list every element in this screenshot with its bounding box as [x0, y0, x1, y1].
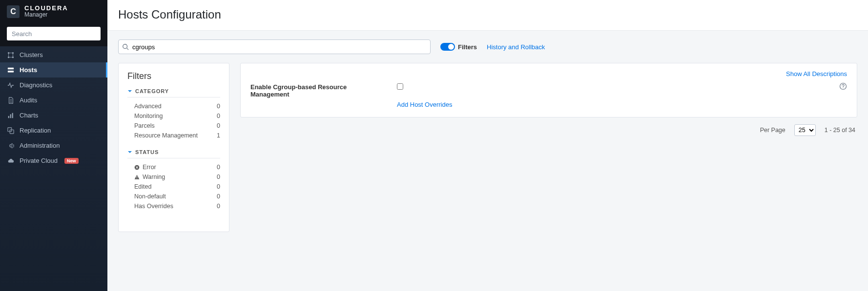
per-page-label: Per Page — [760, 127, 785, 134]
filter-item[interactable]: Non-default 0 — [127, 192, 220, 201]
sidebar-search-wrap — [0, 22, 107, 46]
filter-section-name: STATUS — [135, 149, 159, 155]
show-all-descriptions-link[interactable]: Show All Descriptions — [786, 70, 847, 78]
content-row: Filters CATEGORY Advanced 0 Monitoring — [107, 58, 868, 243]
history-rollback-link[interactable]: History and Rollback — [487, 43, 545, 51]
sidebar-item-label: Clusters — [20, 51, 43, 58]
help-icon[interactable] — [839, 82, 847, 90]
filter-item-count: 0 — [217, 113, 220, 119]
svg-rect-8 — [12, 113, 13, 118]
filter-item-count: 0 — [217, 174, 220, 180]
config-search-wrap — [118, 39, 431, 54]
chevron-down-icon — [127, 89, 132, 94]
filter-item-label: Warning — [143, 174, 165, 180]
sidebar-item-label: Private Cloud — [20, 157, 58, 164]
svg-point-2 — [8, 57, 10, 58]
filter-item-count: 1 — [217, 132, 220, 139]
filters-toggle-label: Filters — [458, 43, 477, 51]
config-column: Show All Descriptions Enable Cgroup-base… — [240, 63, 857, 136]
filter-section-category: CATEGORY Advanced 0 Monitoring 0 Parcels… — [127, 88, 220, 140]
charts-icon — [7, 112, 15, 119]
filter-item-label: Advanced — [134, 103, 162, 110]
page-title: Hosts Configuration — [118, 8, 857, 21]
sidebar-item-clusters[interactable]: Clusters — [0, 47, 107, 62]
filter-item-label: Edited — [134, 183, 151, 190]
page-header: Hosts Configuration — [107, 0, 868, 31]
filter-header-category[interactable]: CATEGORY — [127, 88, 220, 97]
administration-icon — [7, 142, 15, 149]
svg-rect-6 — [8, 116, 9, 118]
svg-rect-7 — [10, 114, 11, 118]
filters-toggle[interactable] — [440, 43, 455, 51]
sidebar: C CLOUDERA Manager Clusters Hosts Diagno… — [0, 0, 107, 291]
filter-item[interactable]: Resource Management 1 — [127, 131, 220, 140]
filter-item-count: 0 — [217, 203, 220, 210]
sidebar-item-audits[interactable]: Audits — [0, 93, 107, 108]
svg-point-11 — [123, 44, 127, 49]
filter-item-label: Resource Management — [134, 132, 198, 139]
replication-icon — [7, 127, 15, 134]
config-property-label: Enable Cgroup-based Resource Management — [250, 82, 382, 98]
filter-item-label: Parcels — [134, 122, 155, 129]
diagnostics-icon — [7, 82, 15, 89]
page-range: 1 - 25 of 34 — [825, 127, 855, 134]
config-search-input[interactable] — [118, 39, 431, 54]
filter-item[interactable]: Has Overrides 0 — [127, 201, 220, 211]
filter-item[interactable]: Edited 0 — [127, 182, 220, 192]
filter-item-label: Monitoring — [134, 113, 163, 119]
sidebar-item-private-cloud[interactable]: Private Cloud New — [0, 153, 107, 168]
filters-card: Filters CATEGORY Advanced 0 Monitoring — [118, 63, 229, 232]
filter-item[interactable]: Warning 0 — [127, 172, 220, 182]
brand-text: CLOUDERA Manager — [24, 5, 68, 18]
per-page-select[interactable]: 25 — [794, 124, 816, 136]
filter-item[interactable]: Parcels 0 — [127, 121, 220, 131]
filter-item-count: 0 — [217, 103, 220, 110]
private-cloud-icon — [7, 157, 15, 164]
sidebar-nav: Clusters Hosts Diagnostics Audits Charts — [0, 46, 107, 168]
svg-rect-13 — [137, 176, 137, 177]
filter-header-status[interactable]: STATUS — [127, 149, 220, 158]
clusters-icon — [7, 52, 15, 58]
filter-item-label: Non-default — [134, 193, 166, 200]
config-card: Show All Descriptions Enable Cgroup-base… — [240, 63, 857, 117]
search-icon — [122, 43, 129, 50]
sidebar-item-label: Administration — [20, 142, 60, 149]
sidebar-item-label: Audits — [20, 97, 37, 104]
filter-item-count: 0 — [217, 122, 220, 129]
filter-items-category: Advanced 0 Monitoring 0 Parcels 0 Resour… — [127, 101, 220, 140]
brand[interactable]: C CLOUDERA Manager — [0, 0, 107, 22]
filter-section-status: STATUS Error 0 — [127, 149, 220, 211]
sidebar-item-administration[interactable]: Administration — [0, 138, 107, 153]
filters-title: Filters — [127, 71, 220, 81]
sidebar-item-replication[interactable]: Replication — [0, 123, 107, 138]
filter-item[interactable]: Monitoring 0 — [127, 111, 220, 121]
add-host-overrides-link[interactable]: Add Host Overrides — [397, 101, 452, 108]
svg-point-3 — [12, 57, 14, 58]
error-icon — [134, 165, 140, 170]
sidebar-item-diagnostics[interactable]: Diagnostics — [0, 78, 107, 93]
hosts-icon — [7, 67, 15, 74]
enable-cgroup-checkbox[interactable] — [397, 83, 403, 90]
svg-rect-4 — [8, 68, 14, 70]
audits-icon — [7, 97, 15, 104]
filter-item-label: Has Overrides — [134, 203, 173, 210]
filter-items-status: Error 0 Warning 0 Ed — [127, 162, 220, 211]
svg-point-0 — [8, 52, 10, 54]
sidebar-item-label: Replication — [20, 127, 51, 134]
sidebar-item-charts[interactable]: Charts — [0, 108, 107, 123]
sidebar-item-hosts[interactable]: Hosts — [0, 62, 107, 78]
sidebar-search-input[interactable] — [7, 27, 101, 40]
filter-item-count: 0 — [217, 183, 220, 190]
chevron-down-icon — [127, 150, 132, 155]
sidebar-item-label: Hosts — [20, 66, 37, 74]
pager: Per Page 25 1 - 25 of 34 — [240, 124, 857, 136]
svg-rect-5 — [8, 71, 14, 73]
filter-item[interactable]: Advanced 0 — [127, 101, 220, 111]
sidebar-item-label: Diagnostics — [20, 81, 52, 89]
config-row: Enable Cgroup-based Resource Management — [250, 82, 847, 98]
sidebar-item-label: Charts — [20, 112, 38, 119]
filter-item[interactable]: Error 0 — [127, 162, 220, 172]
filters-toggle-wrap: Filters — [440, 43, 477, 51]
main: Hosts Configuration Filters History and … — [107, 0, 868, 291]
filter-item-count: 0 — [217, 164, 220, 171]
